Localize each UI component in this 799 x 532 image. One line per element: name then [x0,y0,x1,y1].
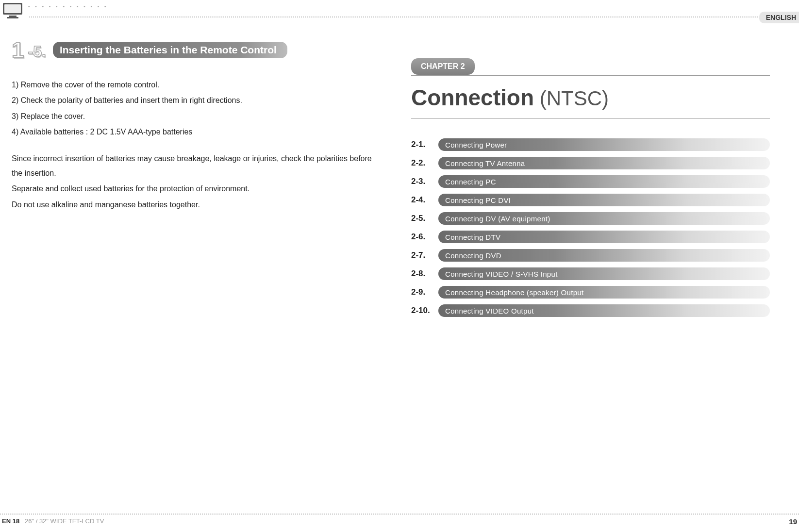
chapter-divider-bottom [411,118,770,119]
note-line: Separate and collect used batteries for … [12,182,380,196]
toc-number: 2-4. [411,195,438,205]
section-title: Inserting the Batteries in the Remote Co… [53,42,287,58]
section-body: 1) Remove the cover of the remote contro… [12,78,380,212]
language-tab: ENGLISH [759,12,799,23]
toc-label: Connecting DTV [438,231,770,243]
toc-number: 2-10. [411,306,438,316]
footer-page-right: 19 [789,517,797,526]
footer-left: EN 18 26" / 32" WIDE TFT-LCD TV [2,517,104,525]
toc-label: Connecting PC [438,175,770,188]
toc-label: Connecting VIDEO Output [438,304,770,317]
chapter-title: Connection (NTSC) [411,84,770,111]
toc-row: 2-6. Connecting DTV [411,231,770,243]
right-page: CHAPTER 2 Connection (NTSC) 2-1. Connect… [400,39,799,503]
toc-number: 2-9. [411,287,438,297]
tv-icon [2,2,26,19]
manual-spread: • • • • • • • • • • • • ENGLISH 1 -5. In… [0,0,799,532]
chapter-divider-top [411,75,770,76]
toc-label: Connecting TV Antenna [438,157,770,169]
chapter-label: CHAPTER 2 [411,58,475,75]
step-line: 1) Remove the cover of the remote contro… [12,78,380,92]
toc-number: 2-8. [411,269,438,279]
toc-row: 2-3. Connecting PC [411,175,770,188]
toc-number: 2-5. [411,214,438,223]
toc-label: Connecting Headphone (speaker) Output [438,286,770,299]
toc-label: Connecting VIDEO / S-VHS Input [438,267,770,280]
toc-row: 2-5. Connecting DV (AV equipment) [411,212,770,225]
toc-number: 2-1. [411,140,438,150]
section-heading: 1 -5. Inserting the Batteries in the Rem… [12,39,380,61]
left-page: 1 -5. Inserting the Batteries in the Rem… [0,39,400,503]
section-number-main: 1 [12,39,24,61]
toc-row: 2-9. Connecting Headphone (speaker) Outp… [411,286,770,299]
step-line: 4) Available batteries : 2 DC 1.5V AAA-t… [12,125,380,139]
svg-rect-1 [4,4,21,13]
toc-label: Connecting DV (AV equipment) [438,212,770,225]
toc-label: Connecting PC DVI [438,194,770,206]
svg-rect-3 [7,17,18,18]
note-line: Since incorrect insertion of batteries m… [12,151,380,181]
toc-list: 2-1. Connecting Power 2-2. Connecting TV… [411,138,770,317]
toc-row: 2-2. Connecting TV Antenna [411,157,770,169]
toc-row: 2-8. Connecting VIDEO / S-VHS Input [411,267,770,280]
step-line: 2) Check the polarity of batteries and i… [12,93,380,108]
toc-number: 2-7. [411,250,438,260]
footer-dotted-divider: EN 18 26" / 32" WIDE TFT-LCD TV 19 [0,514,799,525]
footer-product-name: 26" / 32" WIDE TFT-LCD TV [25,517,104,525]
toc-label: Connecting Power [438,138,770,151]
chapter-title-bold: Connection [411,85,534,110]
toc-row: 2-7. Connecting DVD [411,249,770,262]
toc-row: 2-4. Connecting PC DVI [411,194,770,206]
header-dots: • • • • • • • • • • • • [28,4,108,9]
toc-number: 2-6. [411,232,438,242]
toc-number: 2-3. [411,177,438,186]
toc-row: 2-1. Connecting Power [411,138,770,151]
top-dotted-divider [29,17,799,17]
step-line: 3) Replace the cover. [12,109,380,124]
section-number-sub: -5. [28,44,46,59]
svg-rect-2 [9,16,17,17]
note-line: Do not use alkaline and manganese batter… [12,198,380,212]
toc-row: 2-10. Connecting VIDEO Output [411,304,770,317]
footer-page-left: EN 18 [2,517,19,525]
chapter-title-light: (NTSC) [540,87,609,110]
toc-number: 2-2. [411,158,438,168]
toc-label: Connecting DVD [438,249,770,262]
